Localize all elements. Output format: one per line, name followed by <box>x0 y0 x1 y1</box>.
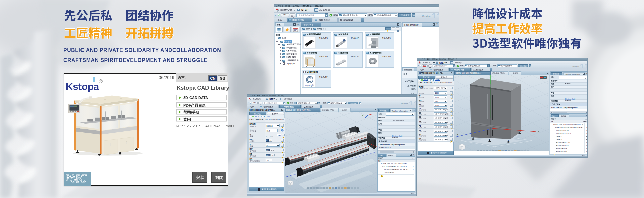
svg-text:copyright: copyright <box>305 84 314 87</box>
svg-text:X: X <box>538 131 539 133</box>
svg-text:Z: Z <box>457 134 458 136</box>
svg-text:Y: Y <box>362 114 364 117</box>
